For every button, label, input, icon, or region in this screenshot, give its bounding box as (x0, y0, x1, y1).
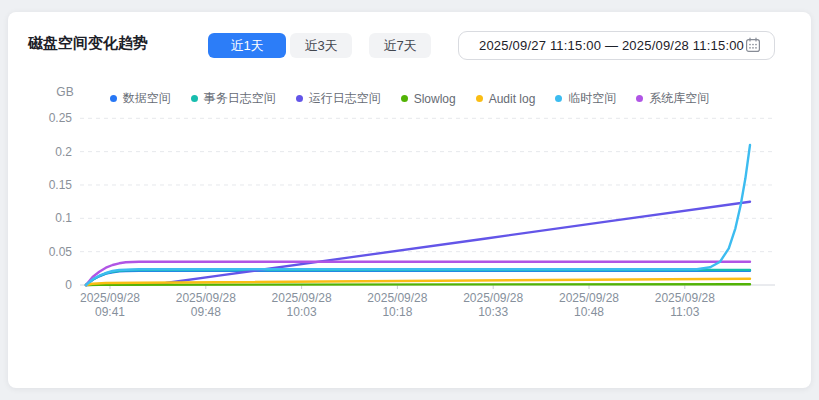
x-axis-label: 2025/09/2810:33 (463, 291, 523, 319)
y-axis-label: 0.1 (55, 211, 72, 225)
y-axis-label: 0 (65, 278, 72, 292)
x-axis-label: 2025/09/2811:03 (655, 291, 715, 319)
y-axis-unit: GB (56, 85, 73, 99)
y-axis-label: 0.05 (49, 245, 73, 259)
x-axis-label: 2025/09/2809:48 (176, 291, 236, 319)
chart-svg: GB00.050.10.150.20.252025/09/2809:412025… (8, 12, 811, 388)
y-axis-label: 0.15 (49, 178, 73, 192)
y-axis-label: 0.25 (49, 111, 73, 125)
x-axis-label: 2025/09/2810:18 (367, 291, 427, 319)
x-axis-label: 2025/09/2810:03 (272, 291, 332, 319)
x-axis-label: 2025/09/2809:41 (80, 291, 140, 319)
y-axis-label: 0.2 (55, 145, 72, 159)
series-line-2 (86, 202, 750, 285)
x-axis-label: 2025/09/2810:48 (559, 291, 619, 319)
disk-trend-panel: 磁盘空间变化趋势 近1天 近3天 近7天 2025/09/27 11:15:00… (8, 12, 811, 388)
series-line-3 (86, 284, 750, 285)
